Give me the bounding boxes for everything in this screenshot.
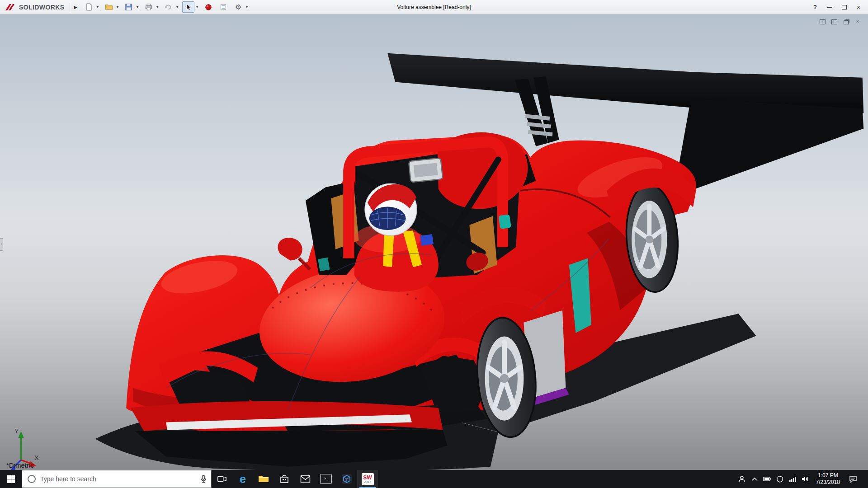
new-document-button[interactable] (83, 1, 95, 13)
save-caret[interactable]: ▾ (135, 1, 140, 13)
pane-splitter-handle[interactable]: ⋮ (0, 238, 3, 251)
action-center-button[interactable] (845, 470, 861, 488)
open-caret[interactable]: ▾ (115, 1, 120, 13)
task-view-icon (217, 474, 227, 484)
edge-browser-button[interactable]: e (232, 470, 253, 488)
options-gear-icon: ⚙ (235, 4, 241, 11)
people-button[interactable] (736, 470, 747, 488)
select-arrow-button[interactable] (182, 1, 194, 13)
appearance-sphere-icon (205, 4, 212, 11)
mail-envelope-icon (300, 475, 311, 483)
shield-icon (777, 476, 783, 483)
undo-icon (165, 3, 172, 11)
split-pane-button[interactable] (818, 18, 826, 25)
titlebar: SOLIDWORKS ▶ ▾ ▾ (0, 0, 868, 14)
clock-time: 1:07 PM (818, 472, 838, 479)
options-button[interactable]: ⚙ (232, 1, 244, 13)
command-prompt-icon: >_ (320, 474, 332, 484)
hexagon-app-button[interactable] (336, 470, 357, 488)
taskbar-spacer (378, 470, 736, 488)
window-controls: ? × (808, 1, 868, 13)
print-icon (145, 3, 153, 11)
tool-group-new: ▾ (83, 1, 100, 13)
document-window-controls: × (818, 18, 862, 25)
battery-icon (763, 476, 771, 482)
save-floppy-icon (125, 3, 132, 11)
tool-group-save: ▾ (123, 1, 140, 13)
start-button[interactable] (0, 470, 22, 488)
edge-icon: e (240, 474, 246, 485)
main-toolbar: ▾ ▾ ▾ (83, 1, 251, 13)
doc-restore-button[interactable] (842, 18, 850, 25)
open-button[interactable] (103, 1, 115, 13)
solidworks-app-button[interactable]: SW 2017 (357, 470, 378, 488)
minimize-icon (827, 7, 832, 8)
new-document-icon (85, 3, 93, 11)
view-orientation-label: *Dimetric (6, 461, 34, 469)
hexagon-app-icon (341, 474, 352, 484)
taskbar: e >_ (0, 470, 868, 488)
menu-flyout-arrow[interactable]: ▶ (72, 2, 79, 12)
network-icon (789, 476, 796, 482)
document-properties-icon (220, 3, 227, 11)
tray-expand-button[interactable] (749, 470, 760, 488)
people-icon (738, 475, 745, 483)
mail-button[interactable] (295, 470, 316, 488)
file-explorer-button[interactable] (253, 470, 274, 488)
clock-date: 7/23/2018 (816, 479, 840, 486)
maximize-button[interactable] (837, 1, 851, 13)
graphics-area[interactable]: Y X × *Dimetric ⋮ (0, 14, 868, 470)
file-explorer-icon (258, 474, 269, 483)
volume-button[interactable] (800, 470, 811, 488)
microphone-button[interactable] (200, 475, 207, 483)
tool-group-select: ▾ (182, 1, 199, 13)
print-button[interactable] (142, 1, 155, 13)
security-shield-button[interactable] (774, 470, 785, 488)
tool-group-open: ▾ (103, 1, 120, 13)
help-button[interactable]: ? (808, 1, 822, 13)
select-caret[interactable]: ▾ (194, 1, 199, 13)
wing-bracket (524, 114, 554, 136)
minimize-button[interactable] (823, 1, 836, 13)
print-caret[interactable]: ▾ (155, 1, 160, 13)
tool-group-appearance (202, 1, 214, 13)
store-bag-icon (280, 474, 289, 484)
save-button[interactable] (123, 1, 135, 13)
chevron-up-icon (751, 477, 758, 481)
document-properties-button[interactable] (217, 1, 229, 13)
appearance-button[interactable] (202, 1, 214, 13)
undo-button[interactable] (162, 1, 175, 13)
task-view-button[interactable] (212, 470, 232, 488)
tool-group-undo: ▾ (162, 1, 179, 13)
desktop: SOLIDWORKS ▶ ▾ ▾ (0, 0, 868, 488)
cortana-icon (28, 475, 36, 483)
triad-x-label: X (34, 454, 39, 461)
network-button[interactable] (787, 470, 798, 488)
undo-caret[interactable]: ▾ (175, 1, 179, 13)
action-center-icon (849, 475, 857, 483)
taskbar-clock[interactable]: 1:07 PM 7/23/2018 (812, 472, 844, 486)
system-tray: 1:07 PM 7/23/2018 (736, 470, 868, 488)
pin-pane-icon (831, 19, 837, 24)
tool-group-doc-properties (217, 1, 229, 13)
solidworks-logo: SOLIDWORKS (0, 3, 68, 11)
options-caret[interactable]: ▾ (244, 1, 249, 13)
new-document-caret[interactable]: ▾ (95, 1, 100, 13)
close-button[interactable]: × (852, 1, 865, 13)
taskbar-search[interactable] (22, 470, 212, 488)
model-3d-view[interactable]: Y X (0, 14, 868, 470)
pin-pane-button[interactable] (830, 18, 838, 25)
search-input[interactable] (36, 475, 200, 483)
battery-button[interactable] (762, 470, 773, 488)
microphone-icon (200, 475, 207, 483)
maximize-icon (842, 5, 847, 9)
open-folder-icon (105, 3, 113, 11)
triad-y-label: Y (14, 427, 19, 435)
windows-logo-icon (7, 475, 15, 483)
tool-group-options: ⚙ ▾ (232, 1, 249, 13)
doc-close-button[interactable]: × (854, 18, 862, 25)
store-button[interactable] (274, 470, 295, 488)
volume-icon (802, 476, 809, 482)
solidworks-app-icon: SW 2017 (362, 473, 374, 485)
command-prompt-button[interactable]: >_ (316, 470, 336, 488)
